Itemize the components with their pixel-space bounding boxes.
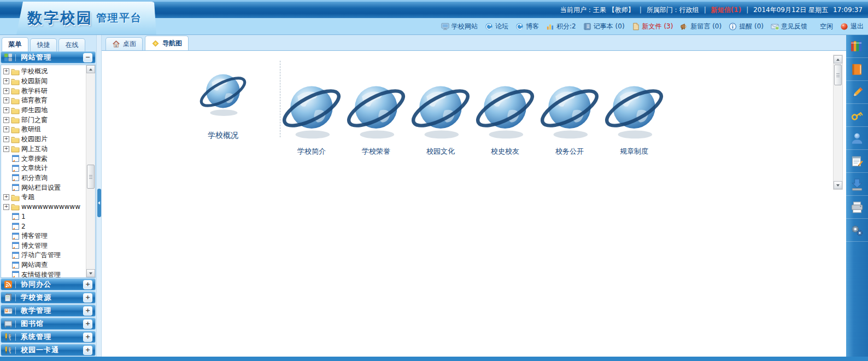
id-card-icon [4,306,13,315]
new-comments-link[interactable]: 新留言 (0) [680,22,722,31]
new-sms-link[interactable]: 新短信(1) [711,5,741,15]
tree-item[interactable]: + 学校概况 [3,67,86,77]
reminder-link[interactable]: 提醒 (0) [729,22,764,31]
expand-button[interactable]: + [83,346,92,355]
tree-item[interactable]: + 友情链接管理 [3,270,86,277]
logout-button[interactable]: 退出 [840,22,864,31]
expand-button[interactable]: + [83,280,92,289]
expand-button[interactable]: + [83,293,92,302]
sidebar-section-teaching-mgmt[interactable]: 教学管理 + [1,305,96,317]
notepad-link[interactable]: 记事本 (0) [583,22,625,31]
featured-nav-item[interactable]: 学校概况 [197,66,249,141]
date-text: 2014年09月12日 星期五 [753,5,828,15]
nav-item[interactable]: 校史校友 [473,76,537,156]
blog-link[interactable]: 博客 [515,22,539,31]
expand-icon[interactable]: + [3,117,9,123]
tree-item[interactable]: + 教研组 [3,125,86,135]
tree-item[interactable]: + 专题 [3,193,86,202]
sidebar-section-website-mgmt[interactable]: 网站管理 − [1,51,96,63]
nav-item-label: 校务公开 [537,147,602,156]
scroll-up-arrow[interactable] [86,65,95,73]
tree-scrollbar[interactable] [86,65,95,277]
new-files-link[interactable]: 新文件 (3) [632,22,673,31]
feedback-link[interactable]: 意见反馈 [771,22,807,31]
tree-item[interactable]: + 网上互动 [3,144,86,154]
sidebar-section-system-mgmt[interactable]: 系统管理 + [1,331,96,343]
nav-item[interactable]: 学校简介 [279,76,344,156]
user-icon[interactable] [846,127,868,150]
scroll-down-arrow[interactable] [86,269,95,277]
quick-link-label: 论坛 [495,22,508,31]
page-icon [11,252,20,259]
expand-icon[interactable]: + [3,194,9,200]
orange-book-icon[interactable] [846,58,868,81]
download-icon[interactable] [846,173,868,196]
expand-icon[interactable]: + [3,146,9,152]
tree-item[interactable]: + 校园图片 [3,135,86,144]
tree-item[interactable]: + 师生园地 [3,106,86,115]
expand-icon[interactable]: + [3,126,9,132]
expand-button[interactable]: + [83,319,92,329]
sidebar-tab-menu[interactable]: 菜单 [2,37,28,51]
scroll-thumb[interactable] [87,165,95,189]
sidebar-collapse-handle[interactable] [97,189,101,217]
expand-icon[interactable]: + [3,78,9,84]
expand-icon[interactable]: + [3,107,9,113]
tree-item[interactable]: + 教学科研 [3,86,86,96]
collapse-button[interactable]: − [83,53,92,62]
tree-item[interactable]: + 网站栏目设置 [3,183,86,193]
sidebar-section-library[interactable]: 图书馆 + [1,318,96,330]
tree-item[interactable]: + 网站调查 [3,260,86,270]
expand-icon[interactable]: + [3,204,9,210]
tree-item[interactable]: + 校园新闻 [3,77,86,86]
sidebar-splitter[interactable] [96,35,102,357]
gears-icon[interactable] [846,219,868,242]
scroll-up-arrow[interactable] [834,55,842,63]
tree-item[interactable]: + 文章统计 [3,164,86,173]
tree-item[interactable]: + 2 [3,222,86,231]
scroll-down-arrow[interactable] [834,181,842,189]
school-website-link[interactable]: 学校网站 [441,22,478,31]
tree-item[interactable]: + 文章搜索 [3,154,86,164]
sidebar-section-campus-card[interactable]: 校园一卡通 + [1,344,96,356]
expand-icon[interactable]: + [3,88,9,94]
tree-item[interactable]: + 部门之窗 [3,115,86,125]
sidebar-tab-online[interactable]: 在线 [58,38,85,51]
nav-item[interactable]: 校务公开 [537,76,602,156]
tree-item[interactable]: + 博文管理 [3,241,86,251]
tree-item[interactable]: + 积分查询 [3,173,86,183]
sidebar-section-collaboration[interactable]: 协同办公 + [1,278,96,290]
folder-icon [11,107,20,114]
tree-item[interactable]: + 浮动广告管理 [3,251,86,260]
quick-link-label: 博客 [526,22,539,31]
content-scrollbar[interactable] [833,55,843,190]
tree-item[interactable]: + 博客管理 [3,231,86,241]
tab-navmap[interactable]: 导航图 [145,36,189,50]
expand-button[interactable]: + [83,333,92,342]
sidebar-section-school-resources[interactable]: 学校资源 + [1,292,96,304]
expand-icon[interactable]: + [3,97,9,103]
nav-item[interactable]: 规章制度 [602,76,666,156]
pencil-icon[interactable] [846,81,868,104]
tree-item[interactable]: + 德育教育 [3,96,86,106]
tree-item[interactable]: + wwwwwwwwwww [3,202,86,212]
books-icon[interactable] [846,35,868,58]
expand-icon[interactable]: + [3,136,9,142]
points-link[interactable]: 积分:2 [546,22,576,31]
expand-button[interactable]: + [83,306,92,316]
quick-link-label: 退出 [851,22,864,31]
tree-item-label: 教研组 [21,125,41,134]
forum-link[interactable]: 论坛 [485,22,508,31]
expand-icon[interactable]: + [3,68,9,74]
notepad-icon[interactable] [846,150,868,173]
key-icon[interactable] [846,104,868,127]
tree-item[interactable]: + 1 [3,212,86,222]
tree-item-label: 专题 [21,193,34,202]
nav-item[interactable]: 校园文化 [408,76,473,156]
tree-item-label: 部门之窗 [21,115,48,125]
nav-item[interactable]: 学校荣誉 [344,76,408,156]
sidebar-tab-shortcut[interactable]: 快捷 [30,38,57,51]
scroll-thumb[interactable] [834,65,842,85]
printer-icon[interactable] [846,196,868,219]
tab-desktop[interactable]: 桌面 [105,37,143,50]
